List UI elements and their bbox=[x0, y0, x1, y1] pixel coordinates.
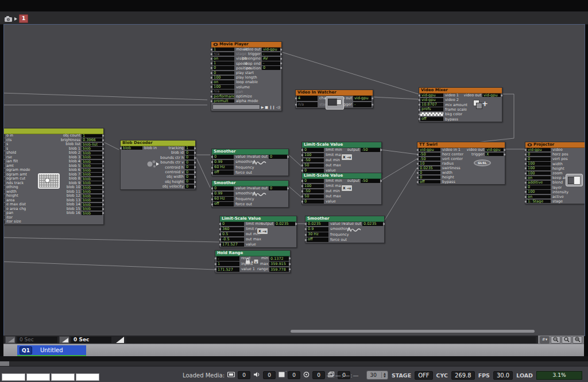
input-port[interactable] bbox=[525, 196, 527, 198]
input-value-stage[interactable]: n/a bbox=[212, 52, 234, 56]
input-port[interactable] bbox=[211, 67, 212, 69]
output-port[interactable] bbox=[194, 171, 196, 173]
divider-grip[interactable] bbox=[0, 361, 9, 366]
input-value-o-in[interactable] bbox=[3, 134, 5, 138]
media-bin[interactable] bbox=[76, 373, 99, 381]
input-value-inputs[interactable]: 1 bbox=[216, 262, 239, 266]
input-port[interactable] bbox=[215, 263, 216, 265]
input-value-othing[interactable] bbox=[3, 186, 5, 189]
input-value-cts[interactable] bbox=[3, 138, 5, 142]
output-port[interactable] bbox=[194, 176, 196, 178]
input-port[interactable] bbox=[419, 118, 420, 120]
input-value-value-in[interactable]: 0 bbox=[213, 186, 234, 191]
canvas-horizontal-scrollbar[interactable] bbox=[291, 330, 535, 333]
input-value-width[interactable] bbox=[3, 190, 5, 193]
node-movie-player[interactable]: Movie Player1movien/astageonvisible1spee… bbox=[211, 41, 282, 111]
output-port[interactable] bbox=[102, 135, 104, 137]
input-port[interactable] bbox=[211, 91, 212, 92]
zoom-reset-button[interactable] bbox=[562, 336, 571, 344]
input-port[interactable] bbox=[211, 172, 213, 174]
input-value-active[interactable]: on bbox=[527, 195, 551, 199]
input-value-shold[interactable] bbox=[3, 151, 5, 155]
input-port[interactable] bbox=[417, 154, 419, 155]
input-value-value[interactable]: 171.527 bbox=[221, 243, 244, 247]
output-port[interactable] bbox=[102, 182, 104, 184]
input-port[interactable] bbox=[211, 198, 213, 200]
input-value-play-length[interactable]: 100 bbox=[212, 76, 234, 80]
input-value-zoom[interactable]: 100 bbox=[527, 171, 551, 176]
input-value-bkg-color[interactable] bbox=[420, 112, 443, 116]
input-value-e-area-chg[interactable] bbox=[3, 207, 5, 211]
output-port[interactable] bbox=[102, 152, 104, 154]
output-port[interactable] bbox=[194, 186, 196, 188]
input-port[interactable] bbox=[120, 147, 122, 149]
scene-tab[interactable]: Q1 Untitled bbox=[17, 345, 86, 355]
input-port[interactable] bbox=[211, 49, 212, 50]
input-value-layer[interactable]: 0 bbox=[527, 185, 551, 189]
output-port[interactable] bbox=[194, 152, 196, 154]
input-port[interactable] bbox=[417, 149, 419, 151]
input-value-out-max[interactable]: -0.5 bbox=[221, 237, 244, 242]
input-port[interactable] bbox=[525, 182, 527, 184]
input-port[interactable] bbox=[525, 167, 527, 169]
input-value-limit-max[interactable]: 100 bbox=[303, 184, 324, 189]
input-value-pan[interactable]: n/a bbox=[212, 89, 234, 93]
input-value-value-1[interactable]: 171.527 bbox=[216, 267, 239, 272]
input-port[interactable] bbox=[305, 228, 307, 230]
output-port[interactable] bbox=[280, 67, 282, 69]
input-value-frequency[interactable]: 60 Hz bbox=[213, 165, 234, 170]
input-value-frequency[interactable]: 30 Hz bbox=[307, 232, 328, 237]
input-value-ian-filt[interactable] bbox=[3, 160, 5, 163]
node-hold-range[interactable]: Hold Range-reset1inputs171.527value 10.1… bbox=[215, 250, 291, 273]
play-icon[interactable]: ▶ bbox=[261, 105, 264, 109]
output-port[interactable] bbox=[102, 212, 104, 214]
input-port[interactable] bbox=[211, 81, 212, 83]
output-port[interactable] bbox=[504, 154, 505, 155]
input-port[interactable] bbox=[211, 96, 212, 98]
input-port[interactable] bbox=[525, 201, 527, 202]
input-port[interactable] bbox=[295, 98, 297, 99]
node-smoother-1[interactable]: Smoother0value in0.99smoothing60 Hzfrequ… bbox=[211, 149, 289, 176]
input-value-value[interactable]: 0 bbox=[303, 169, 324, 173]
node-projector[interactable]: Projectorvid-gpuvideo0horz pos0vert pos1… bbox=[525, 142, 585, 204]
input-value-video[interactable]: vid-gpu bbox=[527, 148, 551, 152]
input-value-itor[interactable] bbox=[3, 216, 5, 219]
input-value-out-max[interactable]: 50 bbox=[303, 194, 324, 199]
input-port[interactable] bbox=[211, 204, 213, 205]
input-value-video-1[interactable]: vid-gpu bbox=[420, 93, 443, 98]
input-port[interactable] bbox=[301, 196, 303, 197]
fade-out-value[interactable]: 0 Sec bbox=[71, 337, 111, 343]
input-port[interactable] bbox=[211, 63, 212, 64]
input-value-blend[interactable]: additive bbox=[527, 181, 551, 185]
output-port[interactable] bbox=[295, 223, 297, 225]
input-port[interactable] bbox=[417, 181, 419, 183]
input-port[interactable] bbox=[417, 163, 419, 165]
input-value-out-min[interactable]: -50 bbox=[303, 158, 324, 163]
input-value-alpha-mode[interactable]: premult bbox=[212, 99, 234, 103]
input-value-optimize[interactable]: performance bbox=[212, 95, 234, 99]
input-port[interactable] bbox=[301, 159, 303, 161]
output-port[interactable] bbox=[102, 178, 104, 180]
output-port[interactable] bbox=[194, 166, 196, 168]
grid-snap-button[interactable]: #▾ bbox=[540, 336, 550, 344]
input-value-value-in[interactable]: 0 bbox=[213, 155, 234, 159]
output-port[interactable] bbox=[289, 268, 291, 270]
input-value-amt[interactable] bbox=[3, 164, 5, 167]
input-port[interactable] bbox=[419, 95, 420, 96]
input-port[interactable] bbox=[211, 72, 212, 74]
input-value-out-max[interactable]: 50 bbox=[303, 163, 324, 168]
node-limit-scale-value-3[interactable]: Limit-Scale Value0limit min360limit max0… bbox=[219, 216, 297, 248]
node-video-mixer[interactable]: Video Mixervid-gpuvideo 1vid-gpuvideo 21… bbox=[419, 87, 502, 122]
patch-canvas[interactable]: o inctssssholdrseian filtamtogram modeog… bbox=[3, 24, 585, 336]
output-port[interactable] bbox=[102, 148, 104, 150]
input-port[interactable] bbox=[525, 158, 527, 160]
node-smoother-2[interactable]: Smoother0value in0.99smoothing60 Hzfrequ… bbox=[211, 180, 289, 208]
input-port[interactable] bbox=[301, 165, 303, 166]
input-value-volume[interactable]: 100 bbox=[212, 85, 234, 89]
output-port[interactable] bbox=[501, 95, 502, 96]
node-title[interactable]: Hold Range bbox=[215, 251, 290, 256]
media-bin[interactable] bbox=[2, 373, 25, 381]
output-port[interactable] bbox=[504, 149, 505, 151]
input-port[interactable] bbox=[525, 177, 527, 179]
output-port[interactable] bbox=[194, 181, 196, 183]
